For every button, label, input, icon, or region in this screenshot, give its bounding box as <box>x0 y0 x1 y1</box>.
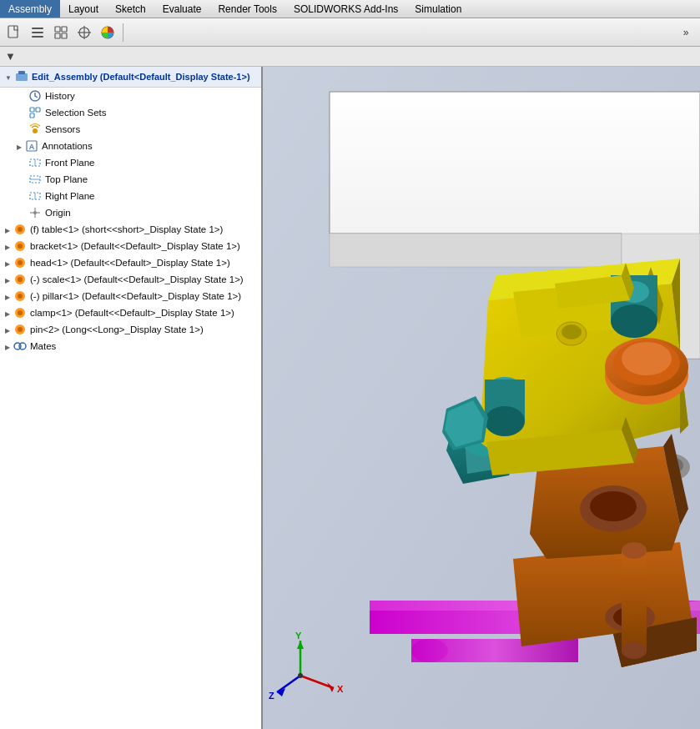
toolbar-list-btn[interactable] <box>27 22 48 43</box>
tree-item-pin[interactable]: pin<2> (Long<<Long>_Display State 1>) <box>0 321 261 338</box>
component-icon-bracket <box>13 239 27 253</box>
svg-text:Y: Y <box>295 631 302 641</box>
svg-rect-12 <box>16 73 28 81</box>
svg-rect-13 <box>18 71 25 74</box>
tree-root-arrow <box>5 72 12 82</box>
tree-item-origin[interactable]: Origin <box>0 204 261 221</box>
tree-root-label: Edit_Assembly (Default<Default_Display S… <box>32 72 250 82</box>
right-plane-icon <box>28 189 42 203</box>
tree-item-head[interactable]: head<1> (Default<<Default>_Display State… <box>0 254 261 271</box>
mates-arrow <box>5 341 10 351</box>
svg-point-75 <box>611 304 657 338</box>
svg-rect-3 <box>32 36 43 38</box>
feature-tree-panel: Edit_Assembly (Default<Default_Display S… <box>0 67 263 729</box>
toolbar-new-btn[interactable] <box>3 22 25 43</box>
top-plane-label: Top Plane <box>45 174 88 184</box>
svg-rect-2 <box>32 32 43 33</box>
tree-item-table[interactable]: (f) table<1> (short<<short>_Display Stat… <box>0 221 261 238</box>
svg-rect-56 <box>411 639 578 662</box>
component-icon-table <box>13 223 27 236</box>
svg-point-43 <box>18 327 23 332</box>
menu-simulation[interactable]: Simulation <box>406 0 470 18</box>
history-label: History <box>45 91 75 101</box>
toolbar-separator <box>123 23 123 42</box>
toolbar-color-btn[interactable] <box>97 22 118 43</box>
bracket-arrow <box>5 241 10 251</box>
svg-rect-91 <box>622 551 647 651</box>
3d-scene: X Y Z <box>263 67 700 729</box>
svg-rect-1 <box>32 28 43 29</box>
menu-evaluate[interactable]: Evaluate <box>154 0 210 18</box>
tree-item-sensors[interactable]: Sensors <box>0 121 261 138</box>
tree-item-selection-sets[interactable]: Selection Sets <box>0 104 261 121</box>
svg-point-83 <box>562 324 582 339</box>
svg-point-35 <box>18 260 23 265</box>
menu-solidworks-addins[interactable]: SOLIDWORKS Add-Ins <box>285 0 406 18</box>
tree-root[interactable]: Edit_Assembly (Default<Default_Display S… <box>0 67 261 88</box>
top-plane-icon <box>28 173 42 186</box>
svg-rect-15 <box>30 108 34 112</box>
tree-item-bracket[interactable]: bracket<1> (Default<<Default>_Display St… <box>0 238 261 254</box>
right-plane-label: Right Plane <box>45 191 94 201</box>
clamp-label: clamp<1> (Default<<Default>_Display Stat… <box>30 308 234 318</box>
annotations-arrow <box>17 141 22 151</box>
svg-rect-16 <box>36 108 40 112</box>
tree-item-top-plane[interactable]: Top Plane <box>0 171 261 188</box>
menu-assembly[interactable]: Assembly <box>0 0 60 18</box>
tree-item-right-plane[interactable]: Right Plane <box>0 188 261 204</box>
svg-point-90 <box>590 491 637 521</box>
history-icon <box>28 89 42 103</box>
annotations-icon: A <box>25 139 38 153</box>
3d-viewport[interactable]: X Y Z <box>263 67 700 729</box>
menu-sketch[interactable]: Sketch <box>107 0 154 18</box>
menu-render-tools[interactable]: Render Tools <box>209 0 285 18</box>
svg-rect-7 <box>62 33 67 38</box>
svg-rect-0 <box>8 26 18 38</box>
component-icon-pin <box>13 323 27 336</box>
component-icon-clamp <box>13 306 27 319</box>
svg-point-72 <box>622 342 672 375</box>
assembly-icon <box>15 70 28 83</box>
mates-label: Mates <box>30 341 56 351</box>
toolbar-crosshair-btn[interactable] <box>73 22 95 43</box>
svg-text:X: X <box>337 684 344 694</box>
svg-point-93 <box>622 642 647 659</box>
svg-point-18 <box>33 128 38 133</box>
sensors-icon <box>28 123 42 136</box>
svg-rect-17 <box>30 113 34 118</box>
tree-item-scale[interactable]: (-) scale<1> (Default<<Default>_Display … <box>0 271 261 288</box>
bracket-label: bracket<1> (Default<<Default>_Display St… <box>30 241 240 251</box>
tree-item-annotations[interactable]: A Annotations <box>0 138 261 154</box>
front-plane-icon <box>28 156 42 169</box>
filter-icon[interactable]: ▼ <box>5 50 16 63</box>
annotations-label: Annotations <box>42 141 93 151</box>
pin-label: pin<2> (Long<<Long>_Display State 1>) <box>30 324 204 334</box>
svg-rect-4 <box>55 27 60 32</box>
svg-point-81 <box>485 406 525 436</box>
tree-item-mates[interactable]: Mates <box>0 338 261 354</box>
svg-text:Z: Z <box>269 691 274 701</box>
svg-point-31 <box>18 227 23 232</box>
mates-icon <box>13 339 27 353</box>
head-label: head<1> (Default<<Default>_Display State… <box>30 258 230 268</box>
selection-sets-icon <box>28 106 42 119</box>
svg-point-107 <box>298 673 303 678</box>
tree-item-front-plane[interactable]: Front Plane <box>0 154 261 171</box>
component-icon-head <box>13 256 27 269</box>
main-area: Edit_Assembly (Default<Default_Display S… <box>0 67 700 729</box>
toolbar-more-btn[interactable]: » <box>675 22 697 43</box>
pin-arrow <box>5 324 10 334</box>
tree-item-pillar[interactable]: (-) pillar<1> (Default<<Default>_Display… <box>0 288 261 304</box>
menu-layout[interactable]: Layout <box>60 0 107 18</box>
origin-label: Origin <box>45 208 71 218</box>
sensors-label: Sensors <box>45 124 80 134</box>
svg-point-92 <box>622 542 647 559</box>
table-label: (f) table<1> (short<<short>_Display Stat… <box>30 224 223 234</box>
selection-sets-label: Selection Sets <box>45 108 107 118</box>
front-plane-label: Front Plane <box>45 158 94 168</box>
tree-item-history[interactable]: History <box>0 88 261 104</box>
svg-point-39 <box>18 294 23 299</box>
svg-point-41 <box>18 310 23 315</box>
tree-item-clamp[interactable]: clamp<1> (Default<<Default>_Display Stat… <box>0 304 261 321</box>
toolbar-grid-btn[interactable] <box>50 22 72 43</box>
